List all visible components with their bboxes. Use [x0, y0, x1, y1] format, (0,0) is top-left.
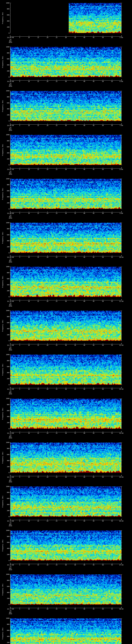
- y-tick-label: 800: [0, 360, 10, 362]
- x-start-time-label: 19:17:00: [7, 608, 14, 610]
- x-tick-label: 5: [19, 520, 20, 522]
- y-axis-title: Frequency (Hz): [2, 408, 4, 420]
- x-tick-label: 15: [37, 432, 39, 434]
- x-tick-label: 20: [46, 37, 48, 38]
- x-tick-label: 25: [56, 213, 57, 214]
- y-tick-label: 600: [0, 190, 10, 192]
- spectrogram-panel: Frequency (Hz) 1000 800 600 400 200 0 19…: [0, 484, 132, 528]
- date-year: 2015: [9, 481, 12, 482]
- y-tick-label: 200: [0, 70, 10, 72]
- y-tick-label: 1000: [0, 530, 10, 531]
- x-end-time-label: 12:00: [119, 344, 123, 346]
- x-end-time-label: 15:00: [119, 476, 123, 478]
- y-tick-label: 800: [0, 580, 10, 581]
- x-tick-label: 35: [74, 169, 76, 170]
- x-tick-label: 25: [56, 344, 57, 346]
- x-tick-label: 5: [19, 300, 20, 302]
- y-axis-title: Frequency (Hz): [2, 496, 4, 508]
- y-tick-label: 400: [0, 284, 10, 286]
- x-tick-label: 35: [74, 213, 76, 214]
- y-tick-label: 1000: [0, 354, 10, 355]
- x-tick-label: 20: [46, 476, 48, 478]
- x-tick-label: 35: [74, 300, 76, 302]
- x-start-time-label: 19:06:00: [7, 125, 14, 126]
- y-tick-label: 200: [0, 510, 10, 511]
- date-year: 2015: [9, 218, 12, 219]
- date-year: 2015: [9, 437, 12, 439]
- x-tick-label: 35: [74, 564, 76, 566]
- date-year: 2015: [9, 130, 12, 131]
- date-label: 19 Apr 2015: [9, 214, 12, 219]
- x-tick-label: 30: [65, 81, 67, 82]
- x-tick-label: 40: [84, 564, 85, 566]
- x-tick-label: 25: [56, 300, 57, 302]
- x-tick-label: 5: [19, 432, 20, 434]
- y-tick-label: 400: [0, 64, 10, 66]
- y-tick-label: 0: [0, 164, 10, 166]
- x-end-time-label: 7:00: [120, 125, 123, 126]
- x-end-time-label: 10:00: [119, 256, 123, 258]
- y-tick-label: 200: [0, 378, 10, 380]
- x-tick-label: 50: [102, 125, 104, 126]
- y-axis-title: Frequency (Hz): [2, 628, 4, 640]
- y-tick-label: 600: [0, 102, 10, 104]
- x-tick-label: 35: [74, 125, 76, 126]
- date-year: 2015: [9, 174, 12, 175]
- x-tick-label: 10: [28, 256, 30, 258]
- x-tick-label: 45: [93, 388, 94, 390]
- x-tick-label: 40: [84, 344, 85, 346]
- y-axis-title: Frequency (Hz): [2, 452, 4, 464]
- x-tick-label: 15: [37, 520, 39, 522]
- x-tick-label: 25: [56, 432, 57, 434]
- x-tick-label: 50: [102, 608, 104, 610]
- x-tick-label: 5: [19, 256, 20, 258]
- y-tick-label: 1000: [0, 266, 10, 268]
- y-tick-label: 0: [0, 120, 10, 122]
- x-tick-label: 50: [102, 388, 104, 390]
- x-end-time-label: 13:00: [119, 388, 123, 390]
- y-tick-label: 800: [0, 8, 10, 10]
- x-tick-label: 10: [28, 388, 30, 390]
- date-label: 19 Apr 2015: [9, 522, 12, 526]
- x-tick-label: 20: [46, 81, 48, 82]
- y-tick-label: 1000: [0, 486, 10, 487]
- x-tick-label: 10: [28, 432, 30, 434]
- x-tick-label: 40: [84, 256, 85, 258]
- x-tick-label: 15: [37, 37, 39, 38]
- y-tick-label: 200: [0, 246, 10, 248]
- x-tick-label: 30: [65, 432, 67, 434]
- x-tick-label: 10: [28, 608, 30, 610]
- x-tick-label: 40: [84, 169, 85, 170]
- spectrogram-panel: Frequency (Hz) 1000 800 600 400 200 0 19…: [0, 176, 132, 220]
- x-tick-label: 55: [111, 125, 113, 126]
- x-tick-label: 5: [19, 608, 20, 610]
- x-tick-label: 50: [102, 476, 104, 478]
- x-tick-label: 20: [46, 388, 48, 390]
- date-label: 19 Apr 2015: [9, 434, 12, 439]
- x-tick-label: 50: [102, 300, 104, 302]
- x-tick-label: 45: [93, 608, 94, 610]
- x-tick-label: 35: [74, 608, 76, 610]
- y-tick-label: 1000: [0, 46, 10, 48]
- x-start-time-label: 19:05:00: [7, 81, 14, 82]
- date-label: 19 Apr 2015: [9, 39, 12, 43]
- x-tick-label: 45: [93, 125, 94, 126]
- x-tick-label: 15: [37, 388, 39, 390]
- x-tick-label: 10: [28, 169, 30, 170]
- y-tick-label: 400: [0, 636, 10, 637]
- x-tick-label: 30: [65, 256, 67, 258]
- x-tick-label: 25: [56, 520, 57, 522]
- y-tick-label: 600: [0, 542, 10, 543]
- y-tick-label: 400: [0, 460, 10, 461]
- x-start-time-label: 19:15:00: [7, 520, 14, 522]
- spectrogram-panel: Frequency (Hz) 1000 800 600 400 200 0 19…: [0, 220, 132, 264]
- y-tick-label: 1000: [0, 222, 10, 224]
- x-tick-label: 5: [19, 169, 20, 170]
- y-tick-label: 400: [0, 108, 10, 110]
- x-tick-label: 15: [37, 125, 39, 126]
- x-start-time-label: 19:08:00: [7, 213, 14, 214]
- x-tick-label: 25: [56, 125, 57, 126]
- x-tick-label: 35: [74, 388, 76, 390]
- x-tick-label: 15: [37, 213, 39, 214]
- x-tick-label: 55: [111, 432, 113, 434]
